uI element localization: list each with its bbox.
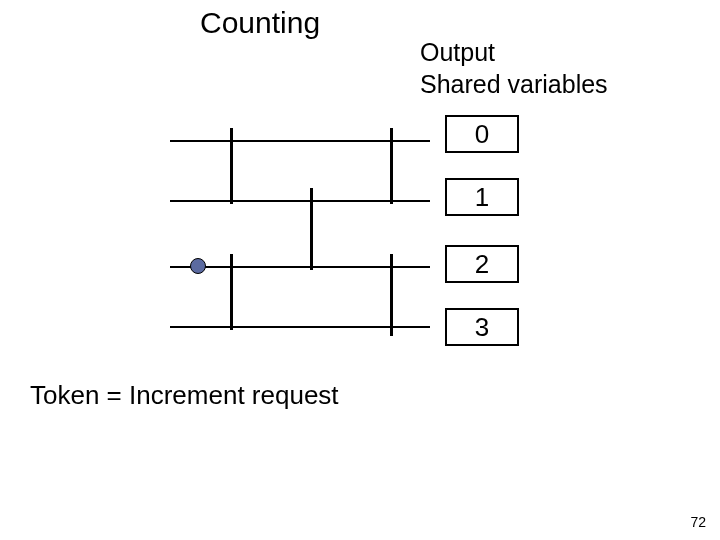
balancer-s0-bot xyxy=(230,254,233,330)
balancer-s2-top xyxy=(390,128,393,204)
label-token: Token = Increment request xyxy=(30,380,339,411)
shared-var-3: 3 xyxy=(445,308,519,346)
shared-var-0: 0 xyxy=(445,115,519,153)
balancer-s2-bot xyxy=(390,254,393,336)
token-dot xyxy=(190,258,206,274)
page-title: Counting xyxy=(200,6,320,40)
shared-var-1: 1 xyxy=(445,178,519,216)
label-shared: Shared variables xyxy=(420,70,608,99)
page-number: 72 xyxy=(690,514,706,530)
balancer-s1-mid xyxy=(310,188,313,270)
balancer-s0-top xyxy=(230,128,233,204)
label-output: Output xyxy=(420,38,495,67)
shared-var-2: 2 xyxy=(445,245,519,283)
